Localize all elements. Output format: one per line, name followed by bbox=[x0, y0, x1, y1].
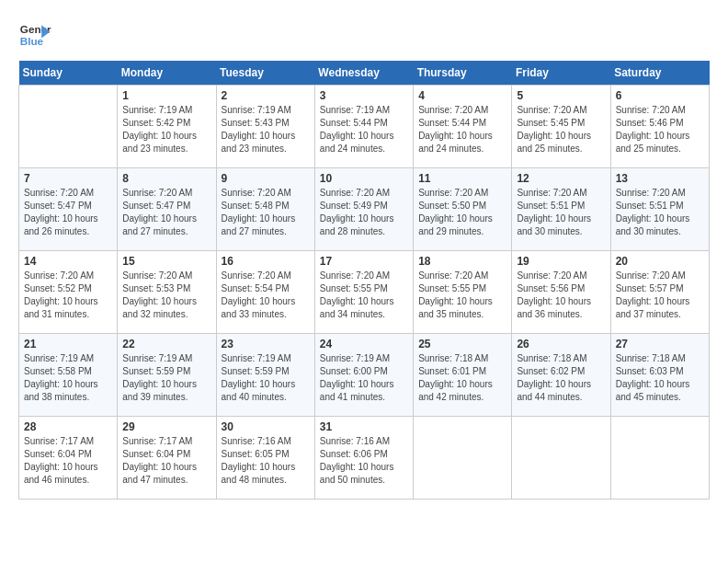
day-info: Sunrise: 7:19 AM Sunset: 5:59 PM Dayligh… bbox=[122, 352, 210, 404]
day-info: Sunrise: 7:18 AM Sunset: 6:01 PM Dayligh… bbox=[418, 352, 506, 404]
calendar-cell: 3 Sunrise: 7:19 AM Sunset: 5:44 PM Dayli… bbox=[314, 86, 413, 168]
day-number: 1 bbox=[122, 89, 210, 102]
day-info: Sunrise: 7:19 AM Sunset: 5:42 PM Dayligh… bbox=[122, 104, 210, 155]
day-number: 17 bbox=[320, 255, 408, 268]
day-info: Sunrise: 7:20 AM Sunset: 5:48 PM Dayligh… bbox=[222, 187, 310, 238]
day-number: 18 bbox=[418, 255, 506, 268]
day-info: Sunrise: 7:19 AM Sunset: 5:58 PM Dayligh… bbox=[24, 352, 112, 404]
day-info: Sunrise: 7:20 AM Sunset: 5:54 PM Dayligh… bbox=[222, 270, 310, 321]
day-info: Sunrise: 7:20 AM Sunset: 5:53 PM Dayligh… bbox=[122, 270, 210, 321]
day-number: 15 bbox=[122, 255, 210, 268]
calendar-cell: 29 Sunrise: 7:17 AM Sunset: 6:04 PM Dayl… bbox=[118, 417, 216, 500]
day-info: Sunrise: 7:20 AM Sunset: 5:55 PM Dayligh… bbox=[320, 270, 408, 321]
day-number: 26 bbox=[517, 338, 605, 350]
week-row-3: 14 Sunrise: 7:20 AM Sunset: 5:52 PM Dayl… bbox=[19, 251, 710, 334]
calendar-cell bbox=[512, 417, 610, 500]
calendar-cell: 1 Sunrise: 7:19 AM Sunset: 5:42 PM Dayli… bbox=[118, 86, 216, 168]
calendar-cell: 14 Sunrise: 7:20 AM Sunset: 5:52 PM Dayl… bbox=[19, 251, 118, 334]
week-row-2: 7 Sunrise: 7:20 AM Sunset: 5:47 PM Dayli… bbox=[19, 168, 710, 251]
column-header-friday: Friday bbox=[512, 61, 610, 86]
day-number: 19 bbox=[517, 255, 605, 268]
day-number: 6 bbox=[616, 89, 704, 102]
svg-text:Blue: Blue bbox=[20, 35, 44, 47]
day-info: Sunrise: 7:20 AM Sunset: 5:55 PM Dayligh… bbox=[418, 270, 506, 321]
calendar-cell: 8 Sunrise: 7:20 AM Sunset: 5:47 PM Dayli… bbox=[118, 168, 216, 251]
day-info: Sunrise: 7:20 AM Sunset: 5:44 PM Dayligh… bbox=[418, 104, 506, 155]
calendar-cell: 7 Sunrise: 7:20 AM Sunset: 5:47 PM Dayli… bbox=[19, 168, 118, 251]
day-number: 22 bbox=[122, 338, 210, 350]
day-info: Sunrise: 7:20 AM Sunset: 5:49 PM Dayligh… bbox=[320, 187, 408, 238]
calendar-cell: 23 Sunrise: 7:19 AM Sunset: 5:59 PM Dayl… bbox=[216, 334, 314, 417]
day-number: 7 bbox=[24, 172, 112, 185]
page-header: General Blue bbox=[18, 18, 710, 52]
header-row: SundayMondayTuesdayWednesdayThursdayFrid… bbox=[19, 61, 710, 86]
day-info: Sunrise: 7:20 AM Sunset: 5:45 PM Dayligh… bbox=[517, 104, 605, 155]
day-number: 25 bbox=[418, 338, 506, 350]
day-number: 12 bbox=[517, 172, 605, 185]
column-header-wednesday: Wednesday bbox=[314, 61, 413, 86]
calendar-cell: 12 Sunrise: 7:20 AM Sunset: 5:51 PM Dayl… bbox=[512, 168, 610, 251]
day-number: 2 bbox=[222, 89, 310, 102]
day-info: Sunrise: 7:20 AM Sunset: 5:56 PM Dayligh… bbox=[517, 270, 605, 321]
calendar-cell bbox=[414, 417, 512, 500]
calendar-cell bbox=[19, 86, 118, 168]
day-info: Sunrise: 7:16 AM Sunset: 6:06 PM Dayligh… bbox=[320, 435, 408, 487]
calendar-table: SundayMondayTuesdayWednesdayThursdayFrid… bbox=[18, 61, 710, 500]
week-row-4: 21 Sunrise: 7:19 AM Sunset: 5:58 PM Dayl… bbox=[19, 334, 710, 417]
logo: General Blue bbox=[18, 18, 51, 52]
calendar-cell: 21 Sunrise: 7:19 AM Sunset: 5:58 PM Dayl… bbox=[19, 334, 118, 417]
day-number: 9 bbox=[222, 172, 310, 185]
day-info: Sunrise: 7:19 AM Sunset: 5:43 PM Dayligh… bbox=[222, 104, 310, 155]
column-header-saturday: Saturday bbox=[610, 61, 709, 86]
day-number: 5 bbox=[517, 89, 605, 102]
day-number: 23 bbox=[222, 338, 310, 350]
calendar-cell: 28 Sunrise: 7:17 AM Sunset: 6:04 PM Dayl… bbox=[19, 417, 118, 500]
calendar-cell: 22 Sunrise: 7:19 AM Sunset: 5:59 PM Dayl… bbox=[118, 334, 216, 417]
column-header-monday: Monday bbox=[118, 61, 216, 86]
calendar-cell: 18 Sunrise: 7:20 AM Sunset: 5:55 PM Dayl… bbox=[414, 251, 512, 334]
day-number: 28 bbox=[24, 420, 112, 433]
day-info: Sunrise: 7:20 AM Sunset: 5:52 PM Dayligh… bbox=[24, 270, 112, 321]
day-number: 13 bbox=[616, 172, 704, 185]
calendar-cell: 5 Sunrise: 7:20 AM Sunset: 5:45 PM Dayli… bbox=[512, 86, 610, 168]
calendar-cell: 24 Sunrise: 7:19 AM Sunset: 6:00 PM Dayl… bbox=[314, 334, 413, 417]
calendar-cell: 13 Sunrise: 7:20 AM Sunset: 5:51 PM Dayl… bbox=[610, 168, 709, 251]
day-number: 16 bbox=[222, 255, 310, 268]
calendar-cell: 20 Sunrise: 7:20 AM Sunset: 5:57 PM Dayl… bbox=[610, 251, 709, 334]
day-number: 21 bbox=[24, 338, 112, 350]
calendar-cell: 10 Sunrise: 7:20 AM Sunset: 5:49 PM Dayl… bbox=[314, 168, 413, 251]
day-info: Sunrise: 7:20 AM Sunset: 5:51 PM Dayligh… bbox=[616, 187, 704, 238]
calendar-cell: 2 Sunrise: 7:19 AM Sunset: 5:43 PM Dayli… bbox=[216, 86, 314, 168]
calendar-cell: 9 Sunrise: 7:20 AM Sunset: 5:48 PM Dayli… bbox=[216, 168, 314, 251]
calendar-cell: 15 Sunrise: 7:20 AM Sunset: 5:53 PM Dayl… bbox=[118, 251, 216, 334]
day-info: Sunrise: 7:20 AM Sunset: 5:57 PM Dayligh… bbox=[616, 270, 704, 321]
day-info: Sunrise: 7:19 AM Sunset: 5:44 PM Dayligh… bbox=[320, 104, 408, 155]
day-number: 3 bbox=[320, 89, 408, 102]
logo-icon: General Blue bbox=[18, 18, 51, 52]
day-info: Sunrise: 7:18 AM Sunset: 6:03 PM Dayligh… bbox=[616, 352, 704, 404]
day-number: 14 bbox=[24, 255, 112, 268]
day-info: Sunrise: 7:20 AM Sunset: 5:46 PM Dayligh… bbox=[616, 104, 704, 155]
day-number: 24 bbox=[320, 338, 408, 350]
day-number: 20 bbox=[616, 255, 704, 268]
column-header-tuesday: Tuesday bbox=[216, 61, 314, 86]
calendar-cell: 30 Sunrise: 7:16 AM Sunset: 6:05 PM Dayl… bbox=[216, 417, 314, 500]
calendar-cell: 31 Sunrise: 7:16 AM Sunset: 6:06 PM Dayl… bbox=[314, 417, 413, 500]
calendar-cell: 4 Sunrise: 7:20 AM Sunset: 5:44 PM Dayli… bbox=[414, 86, 512, 168]
day-number: 8 bbox=[122, 172, 210, 185]
day-info: Sunrise: 7:20 AM Sunset: 5:51 PM Dayligh… bbox=[517, 187, 605, 238]
day-number: 30 bbox=[222, 420, 310, 433]
calendar-cell: 19 Sunrise: 7:20 AM Sunset: 5:56 PM Dayl… bbox=[512, 251, 610, 334]
day-info: Sunrise: 7:20 AM Sunset: 5:47 PM Dayligh… bbox=[24, 187, 112, 238]
day-info: Sunrise: 7:19 AM Sunset: 5:59 PM Dayligh… bbox=[222, 352, 310, 404]
calendar-cell: 11 Sunrise: 7:20 AM Sunset: 5:50 PM Dayl… bbox=[414, 168, 512, 251]
column-header-sunday: Sunday bbox=[19, 61, 118, 86]
day-number: 11 bbox=[418, 172, 506, 185]
calendar-cell: 27 Sunrise: 7:18 AM Sunset: 6:03 PM Dayl… bbox=[610, 334, 709, 417]
calendar-cell: 17 Sunrise: 7:20 AM Sunset: 5:55 PM Dayl… bbox=[314, 251, 413, 334]
day-info: Sunrise: 7:20 AM Sunset: 5:50 PM Dayligh… bbox=[418, 187, 506, 238]
calendar-cell bbox=[610, 417, 709, 500]
calendar-cell: 6 Sunrise: 7:20 AM Sunset: 5:46 PM Dayli… bbox=[610, 86, 709, 168]
day-info: Sunrise: 7:19 AM Sunset: 6:00 PM Dayligh… bbox=[320, 352, 408, 404]
calendar-cell: 26 Sunrise: 7:18 AM Sunset: 6:02 PM Dayl… bbox=[512, 334, 610, 417]
